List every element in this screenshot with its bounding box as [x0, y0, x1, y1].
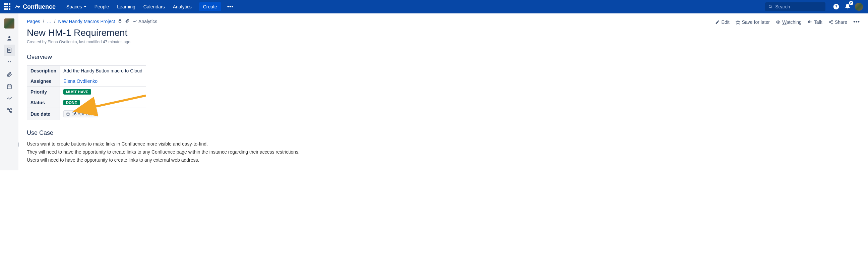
svg-rect-26 — [67, 113, 69, 115]
talk-icon — [808, 20, 812, 25]
space-avatar[interactable] — [4, 19, 14, 29]
svg-text:?: ? — [835, 4, 837, 9]
sidebar-blog-icon[interactable] — [4, 57, 15, 68]
table-row: Assignee Elena Ovdiienko — [27, 76, 146, 87]
table-row: Description Add the Handy Button macro t… — [27, 66, 146, 76]
profile-menu[interactable] — [854, 2, 864, 12]
calendar-icon — [66, 112, 70, 116]
table-row: Priority MUST HAVE — [27, 87, 146, 97]
top-nav: Confluence Spaces People Learning Calend… — [0, 0, 868, 13]
page-toolbar: Edit Save for later Watching Talk Share … — [715, 19, 860, 26]
nav-spaces[interactable]: Spaces — [62, 0, 91, 13]
space-sidebar — [0, 13, 19, 171]
pencil-icon — [715, 20, 720, 25]
svg-line-24 — [830, 22, 832, 23]
usecase-para: They will need to have the opportunity t… — [27, 149, 860, 155]
sidebar-collapse-handle[interactable]: ‖ — [17, 137, 20, 151]
usecase-para: Users want to create buttons to make lin… — [27, 141, 860, 147]
nav-calendars[interactable]: Calendars — [140, 0, 169, 13]
svg-point-21 — [829, 22, 830, 23]
nav-analytics[interactable]: Analytics — [169, 0, 196, 13]
assignee-link[interactable]: Elena Ovdiienko — [63, 79, 97, 84]
search-box[interactable] — [765, 2, 826, 11]
star-icon — [736, 20, 740, 25]
confluence-logo-icon — [15, 4, 21, 10]
sidebar-analytics-icon[interactable] — [4, 93, 15, 104]
search-icon — [769, 4, 773, 9]
section-usecase-heading: Use Case — [27, 129, 860, 136]
due-date-chip[interactable]: 16 Apr 2022 — [63, 110, 98, 117]
svg-rect-19 — [811, 21, 811, 23]
svg-point-0 — [769, 5, 772, 7]
overview-table: Description Add the Handy Button macro t… — [27, 65, 146, 120]
usecase-para: Users will need to have the opportunity … — [27, 157, 860, 163]
svg-point-16 — [777, 22, 779, 23]
watching-button[interactable]: Watching — [776, 20, 802, 25]
brand-label: Confluence — [23, 3, 56, 10]
svg-point-22 — [831, 23, 833, 24]
nav-learning[interactable]: Learning — [113, 0, 140, 13]
section-overview-heading: Overview — [27, 54, 860, 61]
svg-rect-18 — [809, 20, 810, 23]
row-label: Description — [27, 66, 60, 76]
breadcrumb-space[interactable]: New Handy Macros Project — [58, 19, 115, 24]
table-row: Due date 16 Apr 2022 — [27, 108, 146, 120]
svg-point-20 — [831, 20, 833, 22]
notifications-icon[interactable]: 2 — [842, 2, 852, 12]
share-button[interactable]: Share — [829, 20, 847, 25]
row-label: Due date — [27, 108, 60, 120]
row-label: Priority — [27, 87, 60, 97]
svg-line-23 — [830, 21, 832, 22]
breadcrumb-ellipsis[interactable]: … — [47, 19, 52, 24]
page-content: ‖ Edit Save for later Watching Talk Shar… — [19, 13, 868, 171]
priority-lozenge: MUST HAVE — [63, 89, 91, 95]
sidebar-attachments-icon[interactable] — [4, 69, 15, 80]
app-switcher-icon[interactable] — [3, 3, 11, 11]
page-byline: Created by Elena Ovdiienko, last modifie… — [27, 39, 860, 44]
svg-line-1 — [771, 7, 772, 8]
nav-more-button[interactable]: ••• — [224, 3, 236, 10]
share-icon — [829, 20, 833, 25]
brand[interactable]: Confluence — [15, 3, 56, 10]
save-for-later-button[interactable]: Save for later — [736, 20, 770, 25]
restrictions-icon[interactable] — [118, 19, 122, 24]
sidebar-tree-icon[interactable] — [4, 105, 15, 116]
usecase-body: Users want to create buttons to make lin… — [27, 141, 860, 163]
svg-rect-8 — [7, 85, 11, 89]
search-input[interactable] — [775, 4, 822, 9]
table-row: Status DONE — [27, 97, 146, 108]
analytics-icon — [132, 19, 137, 24]
page-more-button[interactable]: ••• — [853, 19, 860, 26]
svg-point-4 — [8, 36, 10, 38]
svg-rect-12 — [7, 109, 9, 110]
row-label: Status — [27, 97, 60, 108]
row-value: Add the Handy Button macro to Cloud — [60, 66, 146, 76]
analytics-link[interactable]: Analytics — [132, 19, 157, 24]
svg-rect-14 — [10, 111, 11, 113]
breadcrumb-pages[interactable]: Pages — [27, 19, 40, 24]
row-label: Assignee — [27, 76, 60, 87]
talk-button[interactable]: Talk — [808, 20, 823, 25]
edit-button[interactable]: Edit — [715, 20, 730, 25]
create-button[interactable]: Create — [199, 2, 221, 11]
help-icon[interactable]: ? — [831, 2, 841, 12]
avatar — [855, 3, 863, 11]
sidebar-calendar-icon[interactable] — [4, 81, 15, 92]
sidebar-pages-icon[interactable] — [4, 44, 15, 56]
svg-rect-17 — [808, 21, 809, 23]
svg-rect-13 — [10, 109, 11, 110]
nav-people[interactable]: People — [91, 0, 113, 13]
notifications-badge: 2 — [849, 1, 853, 5]
eye-icon — [776, 20, 780, 25]
svg-marker-15 — [736, 20, 740, 24]
svg-rect-25 — [119, 21, 121, 22]
sidebar-people-icon[interactable] — [4, 33, 15, 44]
page-title: New HM-1 Requirement — [27, 28, 860, 38]
attachments-link-icon[interactable] — [125, 19, 130, 24]
status-lozenge: DONE — [63, 100, 80, 105]
